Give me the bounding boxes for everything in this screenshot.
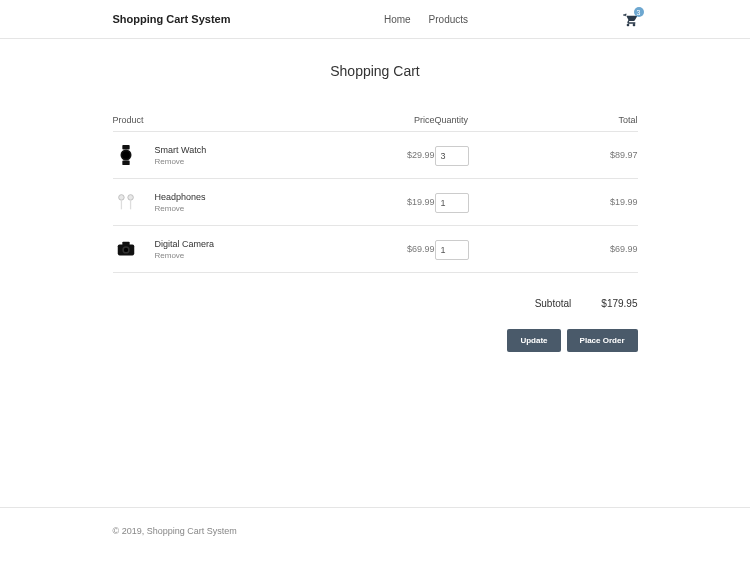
remove-button[interactable]: Remove [155,204,355,213]
page-title: Shopping Cart [113,63,638,79]
header-total: Total [535,109,638,132]
cart-table: Product Price Quantity Total Smart Watch… [113,109,638,273]
table-row: Headphones Remove $19.99 $19.99 [113,179,638,226]
footer-copyright: © 2019, Shopping Cart System [113,508,638,554]
watch-icon [115,144,137,166]
table-row: Digital Camera Remove $69.99 $69.99 [113,226,638,273]
cart-badge: 3 [634,7,644,17]
headphones-icon [115,191,137,213]
line-total: $69.99 [535,226,638,273]
product-image [113,142,139,168]
product-name: Smart Watch [155,145,355,155]
product-image [113,236,139,262]
product-price: $29.99 [355,132,435,179]
place-order-button[interactable]: Place Order [567,329,638,352]
svg-point-5 [127,195,132,201]
product-price: $19.99 [355,179,435,226]
quantity-input[interactable] [435,193,469,213]
product-name: Digital Camera [155,239,355,249]
subtotal-value: $179.95 [601,298,637,309]
svg-rect-3 [122,161,129,166]
summary: Subtotal $179.95 [113,298,638,309]
remove-button[interactable]: Remove [155,157,355,166]
svg-point-4 [118,195,124,201]
product-name: Headphones [155,192,355,202]
product-image [113,189,139,215]
svg-point-9 [123,248,127,252]
camera-icon [115,238,137,260]
table-row: Smart Watch Remove $29.99 $89.97 [113,132,638,179]
subtotal-label: Subtotal [535,298,572,309]
cart-icon-button[interactable]: 3 [622,11,638,27]
brand: Shopping Cart System [113,13,231,25]
nav-center: Home Products [384,14,468,25]
actions: Update Place Order [113,329,638,352]
quantity-input[interactable] [435,240,469,260]
remove-button[interactable]: Remove [155,251,355,260]
svg-rect-0 [122,145,129,150]
quantity-input[interactable] [435,146,469,166]
nav-products[interactable]: Products [429,14,468,25]
header-price: Price [355,109,435,132]
footer: © 2019, Shopping Cart System [0,507,750,554]
header-quantity: Quantity [435,109,535,132]
svg-rect-7 [122,242,129,246]
line-total: $19.99 [535,179,638,226]
svg-point-2 [122,151,130,159]
update-button[interactable]: Update [507,329,560,352]
header-product: Product [113,109,355,132]
nav-home[interactable]: Home [384,14,411,25]
line-total: $89.97 [535,132,638,179]
header: Shopping Cart System Home Products 3 [0,0,750,39]
product-price: $69.99 [355,226,435,273]
